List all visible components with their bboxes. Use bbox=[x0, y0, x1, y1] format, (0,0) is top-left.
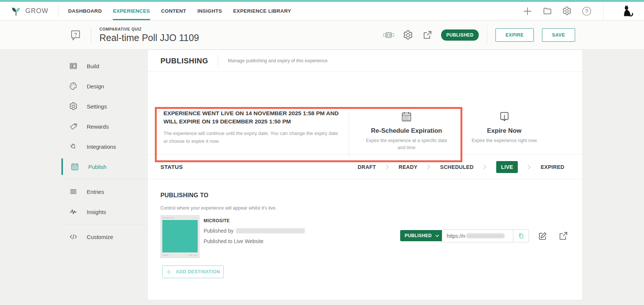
page: GROW DASHBOARD EXPERIENCES CONTENT INSIG… bbox=[0, 0, 644, 305]
status-section: STATUS DRAFT READY SCHEDULED LIVE EXPIRE… bbox=[148, 155, 582, 179]
svg-text:?: ? bbox=[585, 8, 588, 14]
sidebar-item-integrations[interactable]: Integrations bbox=[61, 136, 147, 157]
save-button[interactable]: SAVE bbox=[542, 28, 575, 42]
chevron-right-icon bbox=[483, 164, 487, 170]
header-divider bbox=[91, 27, 91, 43]
destination-status-dropdown[interactable]: PUBLISHED bbox=[400, 230, 444, 241]
expire-now-description: Expire the experience right now bbox=[462, 137, 547, 144]
publishing-section-header: PUBLISHING Manage publishing and expiry … bbox=[148, 50, 582, 72]
sprout-logo-icon bbox=[10, 6, 22, 17]
plus-icon[interactable] bbox=[523, 6, 532, 16]
sidebar-item-settings[interactable]: Settings bbox=[61, 96, 147, 116]
publishing-to-title: PUBLISHING TO bbox=[160, 192, 208, 199]
microsite-thumbnail bbox=[160, 215, 200, 258]
published-status-badge: PUBLISHED bbox=[441, 29, 479, 41]
header-controls: PUBLISHED EXPIRE SAVE bbox=[383, 25, 575, 45]
sidebar-item-build[interactable]: Build bbox=[61, 56, 147, 76]
destination-url-field[interactable]: https://n bbox=[442, 229, 529, 242]
experience-title: Real-time Poll JJO 1109 bbox=[99, 32, 199, 43]
copy-url-button[interactable] bbox=[513, 230, 529, 242]
nav-item-insights[interactable]: INSIGHTS bbox=[197, 2, 222, 20]
destination-info: MICROSITE Published by Published to Live… bbox=[204, 218, 305, 244]
thumbnail-footer-bar bbox=[161, 252, 199, 258]
thumbnail-browser-bar bbox=[161, 216, 199, 220]
cat-avatar[interactable] bbox=[613, 2, 644, 20]
expire-now-title: Expire Now bbox=[487, 127, 522, 135]
nav-divider bbox=[603, 2, 603, 21]
section-divider bbox=[349, 112, 349, 157]
publishing-subtitle: Manage publishing and expiry of this exp… bbox=[228, 58, 328, 63]
url-text: https://n bbox=[442, 233, 505, 239]
experience-titles: COMPARATIVE QUIZ Real-time Poll JJO 1109 bbox=[99, 27, 199, 43]
redacted-publisher bbox=[236, 228, 305, 233]
status-steps: DRAFT READY SCHEDULED LIVE EXPIRED bbox=[358, 161, 564, 173]
open-destination-icon[interactable] bbox=[558, 231, 568, 241]
gear-icon[interactable] bbox=[562, 6, 572, 16]
publishing-to-subtitle: Control where your experience will appea… bbox=[160, 205, 277, 211]
calendar-icon bbox=[401, 111, 412, 123]
nav-item-experiences[interactable]: EXPERIENCES bbox=[113, 2, 150, 20]
reschedule-title: Re-Schedule Expiration bbox=[371, 127, 442, 135]
live-notice-title: EXPERIENCE WENT LIVE ON 14 NOVEMBER 2025… bbox=[163, 109, 346, 126]
published-to-line: Published to Live Website bbox=[204, 238, 305, 244]
published-by-line: Published by bbox=[204, 228, 305, 234]
status-step-live-current: LIVE bbox=[496, 161, 518, 173]
gear-icon[interactable] bbox=[402, 29, 414, 41]
sidebar-item-entries[interactable]: Entries bbox=[61, 182, 147, 202]
sidebar-item-rewards[interactable]: Rewards bbox=[61, 116, 147, 136]
live-notice: EXPERIENCE WENT LIVE ON 14 NOVEMBER 2025… bbox=[163, 109, 346, 145]
experience-sidebar: Build Design Settings Rewards Integratio… bbox=[61, 56, 147, 247]
sidebar-item-design[interactable]: Design bbox=[61, 76, 147, 96]
quiz-bubble-icon: ? bbox=[69, 29, 82, 41]
nav-item-content[interactable]: CONTENT bbox=[161, 2, 186, 20]
list-icon bbox=[69, 187, 78, 196]
expire-button[interactable]: EXPIRE bbox=[495, 28, 534, 42]
plug-icon bbox=[69, 142, 78, 151]
nav-divider bbox=[58, 6, 58, 17]
gear-icon bbox=[69, 102, 78, 111]
layout-icon bbox=[69, 62, 78, 70]
open-preview-icon[interactable] bbox=[422, 29, 433, 41]
brand-name: GROW bbox=[25, 7, 48, 15]
brand-logo[interactable]: GROW bbox=[0, 2, 58, 20]
thumbnail-content bbox=[162, 220, 198, 252]
svg-text:?: ? bbox=[74, 31, 77, 37]
experience-type-label: COMPARATIVE QUIZ bbox=[99, 27, 199, 31]
chevron-right-icon bbox=[427, 164, 430, 170]
expire-now-action[interactable]: Expire Now Expire the experience right n… bbox=[462, 111, 546, 144]
nav-item-experience-library[interactable]: EXPERIENCE LIBRARY bbox=[233, 2, 291, 20]
calendar-icon bbox=[70, 162, 79, 171]
top-navbar: GROW DASHBOARD EXPERIENCES CONTENT INSIG… bbox=[0, 2, 644, 21]
reschedule-expiration-action[interactable]: Re-Schedule Expiration Expire the experi… bbox=[356, 111, 457, 151]
edit-destination-icon[interactable] bbox=[537, 231, 548, 241]
code-icon bbox=[69, 232, 78, 241]
nav-item-dashboard[interactable]: DASHBOARD bbox=[68, 2, 102, 20]
help-icon[interactable]: ? bbox=[582, 6, 592, 16]
status-step-ready: READY bbox=[399, 164, 418, 170]
status-step-scheduled: SCHEDULED bbox=[440, 164, 474, 170]
tag-icon bbox=[69, 122, 78, 131]
palette-icon bbox=[69, 82, 78, 91]
status-step-expired: EXPIRED bbox=[541, 164, 564, 170]
sidebar-item-customize[interactable]: Customize bbox=[61, 227, 147, 247]
folder-icon[interactable] bbox=[542, 6, 552, 16]
expire-now-icon bbox=[498, 111, 510, 123]
reschedule-description: Expire the experience at a specific date… bbox=[364, 137, 449, 151]
chevron-down-icon bbox=[435, 235, 439, 237]
plus-icon bbox=[166, 269, 172, 275]
header-divider bbox=[487, 25, 487, 45]
sidebar-item-publish[interactable]: Publish bbox=[61, 157, 147, 177]
live-notice-description: The experience will continue until the e… bbox=[163, 129, 338, 145]
add-destination-button[interactable]: ADD DESTINATION bbox=[162, 265, 224, 278]
publishing-to-section: PUBLISHING TO Control where your experie… bbox=[148, 179, 582, 300]
status-label: STATUS bbox=[160, 164, 183, 170]
nav-right-controls: ? bbox=[523, 2, 644, 20]
device-preview-icon[interactable] bbox=[383, 29, 394, 41]
status-step-draft: DRAFT bbox=[358, 164, 376, 170]
section-divider bbox=[218, 54, 218, 67]
sidebar-separator bbox=[61, 179, 147, 179]
chevron-right-icon bbox=[386, 164, 389, 170]
sidebar-separator bbox=[61, 224, 147, 224]
sidebar-item-insights[interactable]: Insights bbox=[61, 202, 147, 222]
live-expiry-section: EXPERIENCE WENT LIVE ON 14 NOVEMBER 2025… bbox=[148, 72, 582, 155]
